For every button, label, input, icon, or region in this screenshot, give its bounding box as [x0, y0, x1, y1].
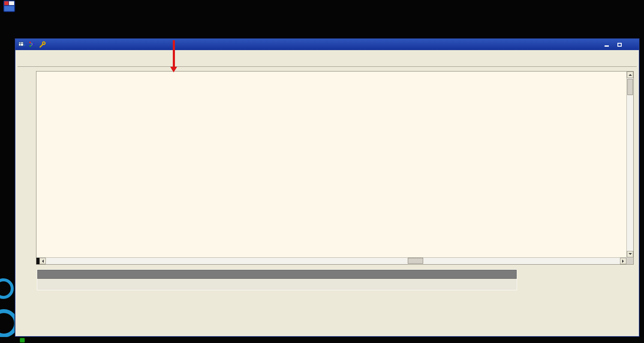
wrench-icon[interactable]: [39, 41, 46, 48]
app-window: [15, 39, 639, 337]
clients-grid: [36, 71, 634, 265]
minimize-button[interactable]: [603, 41, 611, 48]
tree-icon[interactable]: [28, 41, 36, 48]
totals-stats: [37, 279, 517, 290]
app-logo-icon: [3, 0, 15, 12]
scrollbar-corner: [626, 257, 633, 264]
scroll-up-button[interactable]: [627, 72, 633, 78]
vertical-scroll-thumb[interactable]: [627, 79, 633, 95]
totals-title: [37, 270, 517, 279]
menubar: [0, 25, 644, 36]
maximize-button[interactable]: [616, 41, 623, 48]
scroll-right-button[interactable]: [620, 258, 626, 264]
totals-panel: [37, 269, 517, 290]
horizontal-scroll-track[interactable]: [46, 258, 620, 264]
desktop: [0, 0, 644, 343]
horizontal-scrollbar[interactable]: [36, 257, 626, 264]
statusbar: [0, 337, 644, 343]
scroll-left-button[interactable]: [39, 258, 46, 264]
tab-strip: [18, 55, 637, 67]
grid-export-icon[interactable]: [18, 41, 26, 48]
scroll-down-button[interactable]: [627, 251, 633, 257]
scrollbar-cap: [36, 258, 39, 264]
grid-header-row: [36, 72, 626, 82]
status-icon: [20, 338, 25, 343]
vertical-scrollbar[interactable]: [626, 72, 633, 257]
close-button[interactable]: [629, 41, 636, 48]
desktop-decoration: [0, 278, 14, 299]
main-toolbar: [0, 0, 644, 24]
horizontal-scroll-thumb[interactable]: [408, 258, 423, 264]
titlebar[interactable]: [15, 39, 639, 50]
grid-viewport: [36, 72, 626, 257]
window-controls: [603, 41, 636, 48]
